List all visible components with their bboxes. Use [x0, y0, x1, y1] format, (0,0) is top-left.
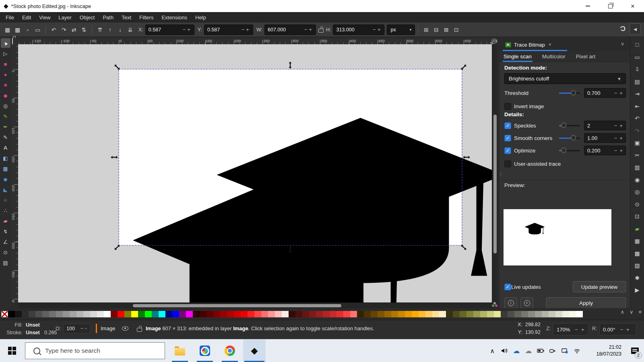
palette-swatch[interactable]: [213, 311, 220, 317]
menu-item-text[interactable]: Text: [118, 12, 135, 23]
palette-swatch[interactable]: [309, 311, 316, 317]
taskbar-inkscape[interactable]: ◆: [243, 339, 266, 362]
user-assisted-checkbox[interactable]: ✓: [504, 160, 511, 167]
lower-icon[interactable]: ↓: [115, 25, 125, 35]
move-gradients-toggle-icon[interactable]: ⊠: [441, 25, 451, 35]
palette-swatch[interactable]: [241, 311, 248, 317]
update-preview-button[interactable]: Update preview: [573, 281, 626, 292]
zoom-field[interactable]: 170% − +: [553, 323, 588, 335]
palette-scroll-down-icon[interactable]: ∨: [630, 309, 634, 315]
stroke-value[interactable]: Unset: [26, 330, 40, 335]
palette-swatch[interactable]: [200, 311, 206, 317]
paint-bucket-tool[interactable]: ◣: [1, 185, 10, 194]
w-field[interactable]: 607.000 −+: [264, 25, 316, 35]
trace-abort-button[interactable]: ×: [520, 297, 533, 309]
taskbar-file-explorer[interactable]: [171, 339, 189, 362]
tray-chevron-icon[interactable]: ∧: [486, 347, 498, 355]
opacity-field[interactable]: 100 − +: [64, 324, 90, 333]
palette-swatch[interactable]: [323, 311, 330, 317]
objects-dialog-icon[interactable]: ▩: [632, 248, 642, 259]
connector-tool[interactable]: ↯: [1, 226, 10, 236]
layer-lock-icon[interactable]: [137, 328, 142, 332]
calligraphy-tool[interactable]: ✎: [1, 132, 10, 142]
spiral-tool[interactable]: ◎: [1, 101, 10, 111]
battery-icon[interactable]: [535, 348, 547, 353]
y-field[interactable]: 0.587 −+: [204, 25, 253, 35]
fill-value[interactable]: Unset: [26, 322, 40, 328]
palette-swatch[interactable]: [268, 311, 275, 317]
minimize-button[interactable]: [576, 0, 599, 12]
palette-swatch[interactable]: [371, 311, 378, 317]
save-document-icon[interactable]: ⇩: [632, 64, 642, 74]
raise-icon[interactable]: ↑: [105, 25, 115, 35]
import-icon[interactable]: ⇥: [632, 88, 642, 99]
ruler-lock-corner[interactable]: [11, 38, 18, 44]
palette-swatch[interactable]: [521, 311, 528, 317]
quick-zoom-icon[interactable]: [491, 39, 497, 44]
palette-swatch[interactable]: [220, 311, 227, 317]
palette-swatch[interactable]: [460, 311, 466, 317]
palette-swatch[interactable]: [145, 311, 152, 317]
text-tool[interactable]: A: [1, 143, 10, 152]
vertical-scrollbar[interactable]: [492, 44, 497, 308]
dropper-tool[interactable]: ◆: [1, 174, 10, 184]
palette-swatch[interactable]: [555, 311, 562, 317]
speckles-slider[interactable]: [559, 122, 580, 129]
ellipse-tool[interactable]: ●: [1, 70, 10, 79]
palette-swatch[interactable]: [542, 311, 549, 317]
eraser-tool[interactable]: ▰: [1, 216, 10, 226]
palette-swatch[interactable]: [514, 311, 521, 317]
current-layer-name[interactable]: Image: [101, 325, 115, 331]
fill-stroke-dialog-icon[interactable]: ▰: [632, 224, 642, 234]
color-manage-icon[interactable]: [492, 302, 497, 308]
palette-swatch[interactable]: [275, 311, 282, 317]
spray-tool[interactable]: ∴: [1, 206, 10, 215]
pen-tool[interactable]: ✒: [1, 122, 10, 132]
palette-swatch[interactable]: [508, 311, 514, 317]
copy-icon[interactable]: ▣: [632, 138, 642, 148]
clock[interactable]: 21:02 18/07/2023: [587, 344, 621, 358]
scale-stroke-toggle-icon[interactable]: ⊞: [421, 25, 431, 35]
palette-swatch[interactable]: [124, 311, 131, 317]
palette-swatch[interactable]: [384, 311, 391, 317]
measure-tool[interactable]: ∠: [1, 237, 10, 247]
palette-swatch[interactable]: [405, 311, 412, 317]
menu-item-extensions[interactable]: Extensions: [157, 12, 191, 23]
optimize-checkbox[interactable]: ✓: [504, 147, 511, 154]
panel-menu-caret-icon[interactable]: ∨: [621, 41, 624, 47]
palette-swatch[interactable]: [364, 311, 371, 317]
palette-swatch[interactable]: [501, 311, 508, 317]
extensions-icon[interactable]: ▶: [632, 285, 642, 295]
threshold-slider[interactable]: [559, 90, 580, 96]
palette-swatch[interactable]: [118, 311, 124, 317]
vertical-ruler[interactable]: 050100150200250300350400: [11, 44, 18, 302]
palette-swatch[interactable]: [412, 311, 419, 317]
gradient-tool[interactable]: ◧: [1, 153, 10, 163]
palette-swatch[interactable]: [466, 311, 473, 317]
palette-swatch[interactable]: [254, 311, 261, 317]
node-tool[interactable]: ▷: [1, 49, 10, 58]
palette-swatch[interactable]: [316, 311, 323, 317]
threshold-value[interactable]: 0.700 − +: [584, 88, 626, 98]
flip-horizontal-icon[interactable]: ⇄: [69, 25, 79, 35]
zoom-drawing-icon[interactable]: ◎: [632, 187, 642, 197]
palette-swatch[interactable]: [330, 311, 336, 317]
live-updates-checkbox[interactable]: ✓: [504, 284, 511, 290]
palette-swatch[interactable]: [473, 311, 480, 317]
palette-swatch[interactable]: [487, 311, 494, 317]
palette-swatch[interactable]: [97, 311, 104, 317]
rectangle-tool[interactable]: ■: [1, 59, 10, 69]
tab-pixel-art[interactable]: Pixel art: [576, 51, 596, 62]
palette-swatch[interactable]: [494, 311, 501, 317]
menu-item-file[interactable]: File: [2, 12, 18, 23]
smooth-corners-checkbox[interactable]: ✓: [504, 135, 511, 142]
onedrive-icon[interactable]: ☁: [510, 347, 522, 355]
palette-swatch[interactable]: [159, 311, 165, 317]
palette-swatch[interactable]: [63, 311, 70, 317]
palette-swatch[interactable]: [535, 311, 542, 317]
meet-now-camera-icon[interactable]: [547, 348, 559, 354]
palette-swatch[interactable]: [8, 311, 15, 317]
palette-swatch[interactable]: [576, 311, 583, 317]
palette-swatch[interactable]: [282, 311, 289, 317]
palette-swatch[interactable]: [528, 311, 535, 317]
